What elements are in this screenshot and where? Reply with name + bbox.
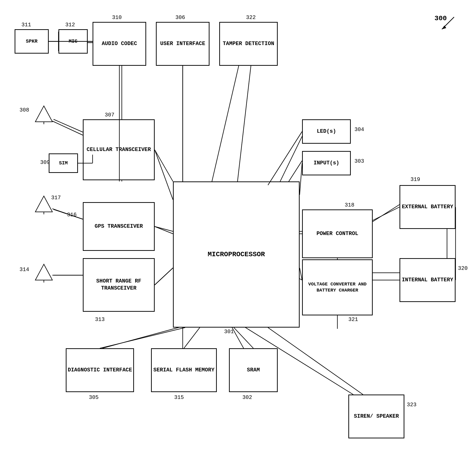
svg-line-51 [373, 207, 400, 220]
ref-318: 318 [345, 202, 354, 208]
svg-line-52 [300, 268, 302, 280]
ref-315: 315 [174, 395, 184, 401]
internal-battery-box: INTERNAL BATTERY [400, 258, 456, 302]
svg-line-62 [268, 328, 363, 395]
sim-box: SIM [49, 153, 78, 173]
svg-line-59 [100, 328, 185, 348]
svg-line-47 [155, 268, 173, 285]
voltage-converter-box: VOLTAGE CONVERTER AND BATTERY CHARGER [302, 259, 373, 315]
ref-314: 314 [19, 267, 29, 273]
svg-line-39 [212, 66, 239, 181]
external-battery-box: EXTERNAL BATTERY [400, 185, 456, 229]
leds-box: LED(s) [302, 119, 351, 144]
ref-322: 322 [246, 15, 256, 21]
ref-306: 306 [175, 15, 185, 21]
mic-box: MIC [58, 29, 88, 54]
block-diagram: 300 SPKR 311 MIC 312 AUDIO CODEC 310 USE… [0, 0, 476, 462]
ref-303: 303 [354, 158, 364, 164]
cellular-transceiver-box: CELLULAR TRANSCEIVER [83, 119, 155, 180]
svg-line-61 [234, 328, 253, 348]
svg-line-49 [300, 163, 302, 195]
svg-line-8 [155, 226, 173, 231]
svg-line-41 [155, 150, 173, 200]
short-range-rf-box: SHORT RANGE RF TRANSCEIVER [83, 258, 155, 312]
svg-line-48 [268, 132, 302, 185]
ref-309: 309 [40, 160, 50, 166]
arrow-300 [437, 15, 457, 34]
siren-speaker-box: SIREN/ SPEAKER [348, 395, 404, 438]
ref-323: 323 [407, 402, 417, 408]
ref-304: 304 [354, 127, 364, 133]
ref-301: 301 [224, 329, 234, 335]
ref-311: 311 [21, 22, 31, 28]
ref-307: 307 [105, 112, 114, 118]
sram-box: SRAM [229, 348, 278, 392]
spkr-box: SPKR [15, 29, 49, 54]
ref-305: 305 [89, 395, 99, 401]
user-interface-box: USER INTERFACE [156, 22, 209, 66]
audio-codec-box: AUDIO CODEC [93, 22, 146, 66]
antenna-317 [34, 195, 54, 214]
gps-transceiver-box: GPS TRANSCEIVER [83, 202, 155, 251]
ref-321: 321 [348, 317, 358, 323]
ref-302: 302 [242, 395, 252, 401]
svg-marker-26 [442, 26, 446, 29]
svg-line-12 [280, 136, 302, 181]
diagnostic-interface-box: DIAGNOSTIC INTERFACE [66, 348, 134, 392]
power-control-box: POWER CONTROL [302, 209, 373, 258]
svg-line-20 [102, 326, 183, 348]
tamper-detection-box: TAMPER DETECTION [219, 22, 278, 66]
svg-line-4 [238, 66, 251, 181]
ref-308: 308 [19, 107, 29, 113]
antenna-314 [34, 263, 54, 283]
ref-313: 313 [95, 317, 105, 323]
svg-line-5 [155, 150, 173, 181]
svg-marker-29 [35, 196, 52, 212]
svg-line-40 [52, 121, 83, 135]
svg-line-60 [184, 328, 200, 348]
svg-marker-31 [35, 264, 52, 280]
svg-line-10 [155, 268, 173, 285]
ref-319: 319 [410, 177, 420, 183]
svg-line-15 [373, 205, 400, 222]
serial-flash-memory-box: SERIAL FLASH MEMORY [151, 348, 217, 392]
svg-marker-27 [35, 106, 52, 122]
ref-312: 312 [65, 22, 75, 28]
antenna-308 [34, 105, 54, 124]
ref-320: 320 [458, 265, 468, 272]
ref-316: 316 [67, 212, 77, 218]
inputs-box: INPUT(s) [302, 151, 351, 175]
ref-317: 317 [51, 195, 61, 201]
ref-310: 310 [112, 15, 122, 21]
svg-line-45 [155, 226, 173, 234]
microprocessor-box: MICROPROCESSOR [173, 181, 300, 328]
